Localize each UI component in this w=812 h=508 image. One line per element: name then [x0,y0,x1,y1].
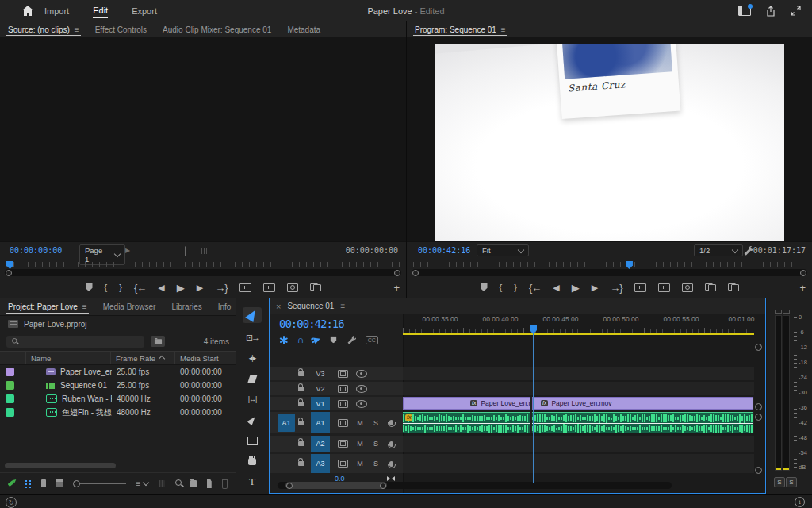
timeline-tab-label[interactable]: Sequence 01 [287,302,334,310]
source-scrub-ruler[interactable] [6,262,400,267]
track-a1-content[interactable]: fx [403,412,754,433]
rectangle-tool[interactable] [243,433,262,448]
panel-menu-icon[interactable]: ≡ [82,302,87,311]
lock-icon[interactable] [298,461,304,466]
settings-wrench-icon[interactable] [743,245,753,256]
comparison-view-button[interactable] [728,283,739,291]
search-input[interactable] [6,336,144,348]
program-current-timecode[interactable]: 00:00:42:16 [418,246,470,255]
track-v3-content[interactable] [403,367,754,380]
drag-audio-only-icon[interactable] [201,248,209,254]
add-marker-button[interactable] [481,283,488,291]
selection-tool[interactable] [243,307,262,323]
mute-button[interactable]: M [356,460,364,468]
program-zoom-scrollbar[interactable] [412,269,807,276]
project-row-yuchi-fin[interactable]: 鱼翅Fin - 我想航行在你的 48000 Hz 00:00:00:00 [0,406,236,419]
tab-media-browser[interactable]: Media Browser [95,298,164,315]
icon-view-button[interactable] [41,479,46,487]
sync-lock-icon[interactable] [338,400,348,408]
automate-to-sequence-button[interactable] [159,480,165,487]
program-scrub-ruler[interactable] [413,262,806,267]
track-a3-content[interactable] [403,454,754,473]
clip-paper-love-2[interactable]: fxPaper Love_en.mov [532,397,753,410]
extract-button[interactable] [658,283,670,292]
program-zoom-dropdown[interactable]: Fit [477,244,529,256]
audio-scrollbar-handle-bottom[interactable] [755,467,762,474]
source-patch-a1[interactable]: A1 [278,414,295,432]
label-chip[interactable] [6,368,14,376]
track-v1-content[interactable]: fxPaper Love_en.mov fxPaper Love_en.mov [403,397,754,410]
track-select-forward-tool[interactable]: ⊡→ [243,329,262,345]
step-back-button[interactable]: ◀ [553,283,559,292]
close-tab-icon[interactable]: × [276,302,281,311]
tab-effect-controls[interactable]: Effect Controls [87,21,155,37]
razor-tool[interactable] [243,371,262,387]
timeline-timecode[interactable]: 00:00:42:16 [279,318,344,330]
pen-tool[interactable] [243,412,262,428]
tab-source[interactable]: Source: (no clips)≡ [0,21,87,37]
video-scrollbar-handle-top[interactable] [755,344,762,351]
track-name-a3[interactable]: A3 [311,454,330,473]
sync-lock-icon[interactable] [338,460,348,468]
panel-menu-icon[interactable]: ≡ [75,25,79,34]
play-button[interactable]: ▶ [572,283,580,293]
tab-program[interactable]: Program: Sequence 01≡ [407,21,514,37]
home-icon[interactable] [22,6,33,16]
audio-clip-1[interactable]: fx [403,412,530,433]
hand-tool[interactable] [243,453,262,469]
lock-icon[interactable] [298,421,304,425]
track-a2-content[interactable] [403,436,754,452]
scroll-handle-right[interactable] [800,270,806,276]
add-marker-button[interactable] [86,283,93,291]
column-name[interactable]: Name [26,352,111,364]
project-row-ruben-wan[interactable]: Ruben Wan - Pure Imaginati 48000 Hz 00:0… [0,392,236,406]
volume-rubber-band[interactable] [532,423,753,424]
fullscreen-icon[interactable] [791,6,801,16]
lock-icon[interactable] [298,387,304,391]
project-horizontal-scrollbar[interactable] [5,463,116,468]
timeline-horizontal-scrollbar[interactable] [278,482,672,489]
column-label[interactable] [0,352,26,364]
voiceover-mic-icon[interactable] [389,441,393,447]
track-output-eye-icon[interactable] [356,385,367,393]
freeform-view-button[interactable] [56,479,63,487]
workspaces-icon[interactable] [738,6,751,16]
track-output-eye-icon[interactable] [356,370,367,378]
track-name-v2[interactable]: V2 [311,382,330,395]
solo-button[interactable]: S [372,460,380,468]
project-writable-icon[interactable] [8,480,15,487]
video-scrollbar-handle-bottom[interactable] [755,403,762,410]
track-output-eye-icon[interactable] [356,400,367,408]
export-frame-button[interactable] [287,283,298,292]
label-chip[interactable] [6,381,14,390]
source-zoom-scrollbar[interactable] [5,269,401,276]
tab-project[interactable]: Project: Paper Love≡ [0,298,95,315]
tab-libraries[interactable]: Libraries [163,298,209,315]
timeline-ruler[interactable]: 00:00:35:00 00:00:40:00 00:00:45:00 00:0… [403,314,754,334]
column-media-start[interactable]: Media Start [175,352,236,364]
comparison-view-button[interactable] [310,283,321,291]
scrollbar-thumb[interactable] [285,482,387,489]
solo-right-button[interactable]: S [786,477,797,487]
audio-clip-2[interactable] [532,412,753,433]
slider-handle[interactable] [73,480,80,487]
mute-button[interactable]: M [356,440,364,448]
play-button[interactable]: ▶ [177,283,185,293]
project-row-sequence-01[interactable]: Sequence 01 25.00 fps 00:00:00:00 [0,379,236,392]
mark-in-button[interactable]: { [500,283,503,292]
track-name-a1[interactable]: A1 [311,412,330,433]
scroll-handle-right[interactable] [394,270,400,276]
zoom-handle-left[interactable] [286,483,293,489]
scroll-handle-left[interactable] [6,270,12,276]
find-button[interactable] [175,479,180,488]
lock-icon[interactable] [298,371,304,376]
slip-tool[interactable]: |↔| [243,391,262,407]
mark-out-button[interactable]: } [514,283,517,292]
button-editor-plus[interactable]: + [799,282,806,294]
track-name-v3[interactable]: V3 [311,367,330,380]
mute-button[interactable]: M [356,419,364,427]
source-mini-play-icon[interactable]: ▶ [125,247,130,254]
volume-rubber-band[interactable] [403,423,530,424]
lock-icon[interactable] [298,402,304,406]
export-frame-button[interactable] [682,283,693,292]
